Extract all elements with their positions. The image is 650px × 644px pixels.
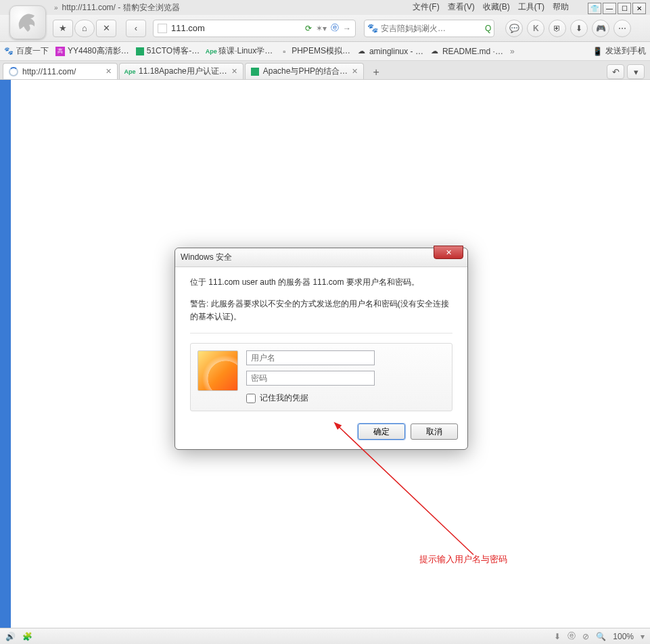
tab[interactable]: Ape 11.18Apache用户认证… ✕ [119, 63, 243, 79]
bookmark-add-icon[interactable]: ✶▾ [316, 24, 327, 33]
status-bar: 🔊 🧩 ⬇ ⓔ ⊘ 🔍 100% ▾ [0, 628, 650, 644]
adblock-icon[interactable]: ⊘ [582, 632, 589, 641]
separator [190, 333, 452, 334]
stop-button[interactable]: ✕ [96, 20, 116, 37]
bookmark-label: 百度一下 [16, 45, 49, 57]
send-to-phone[interactable]: 📱发送到手机 [593, 45, 646, 57]
download-status-icon[interactable]: ⬇ [554, 632, 561, 641]
speaker-icon[interactable]: 🔊 [5, 632, 16, 641]
bookmark-label: 51CTO博客-… [147, 45, 200, 57]
menu-favorites[interactable]: 收藏(B) [483, 1, 510, 13]
favorite-star-button[interactable]: ★ [53, 20, 73, 37]
toolbar: ★ ⌂ ✕ ‹ ⟳ ✶▾ ⓔ → 🐾 Q 💬 K ⛨ ⬇ 🎮 ⋯ [0, 15, 650, 42]
auth-dialog: ✕ Windows 安全 位于 111.com user auth 的服务器 1… [175, 248, 468, 450]
site-icon [136, 47, 144, 55]
cloud-icon: ☁ [357, 47, 367, 56]
extension-shield-icon[interactable]: ⛨ [549, 20, 566, 37]
bookmark-label: README.md ·… [442, 47, 503, 56]
bookmark-label: 猿课·Linux学… [218, 45, 273, 57]
skin-button[interactable]: 👕 [588, 3, 601, 14]
tab-list-button[interactable]: ▾ [627, 64, 645, 79]
bookmark-item[interactable]: 51CTO博客-… [136, 45, 200, 57]
compat-mode-icon[interactable]: ⓔ [567, 630, 576, 642]
minimize-button[interactable]: — [603, 3, 616, 14]
extension-chat-icon[interactable]: 💬 [505, 20, 523, 37]
bookmark-item[interactable]: ▫PHPEMS模拟… [279, 45, 350, 57]
dialog-warning: 警告: 此服务器要求以不安全的方式发送您的用户名和密码(没有安全连接的基本认证)… [190, 298, 452, 323]
go-icon[interactable]: → [343, 24, 351, 33]
user-avatar-icon [198, 350, 238, 391]
home-button[interactable]: ⌂ [74, 20, 95, 37]
bookmark-item[interactable]: 🐾百度一下 [4, 45, 49, 57]
bookmark-item[interactable]: 高YY4480高清影… [55, 45, 129, 57]
dialog-title: Windows 安全 [175, 248, 467, 267]
tab[interactable]: Apache与PHP的结合… ✕ [245, 63, 364, 79]
site-icon: Ape [206, 47, 216, 56]
extension-k-icon[interactable]: K [527, 20, 544, 37]
dialog-close-button[interactable]: ✕ [434, 246, 463, 259]
zoom-dropdown-icon[interactable]: ▾ [641, 632, 645, 641]
cloud-icon: ☁ [430, 47, 440, 56]
window-controls: 👕 — ☐ ✕ [588, 3, 646, 14]
ok-button[interactable]: 确定 [358, 423, 405, 440]
search-box[interactable]: 🐾 Q [364, 20, 494, 37]
send-to-phone-label: 发送到手机 [605, 45, 646, 57]
site-favicon [158, 24, 167, 33]
safety-icon[interactable]: ⟳ [305, 24, 312, 33]
remember-credentials[interactable]: 记住我的凭据 [246, 392, 445, 404]
undo-close-tab-button[interactable]: ↶ [607, 64, 624, 79]
site-icon [251, 68, 259, 76]
zoom-icon[interactable]: 🔍 [596, 632, 606, 641]
browser-logo[interactable] [9, 5, 46, 39]
cancel-button[interactable]: 取消 [411, 423, 458, 440]
dialog-message: 位于 111.com user auth 的服务器 111.com 要求用户名和… [190, 277, 452, 288]
paw-icon: 🐾 [4, 47, 14, 56]
menubar: 文件(F) 查看(V) 收藏(B) 工具(T) 帮助 [413, 1, 569, 13]
menu-file[interactable]: 文件(F) [413, 1, 439, 13]
tab-close-button[interactable]: ✕ [231, 67, 237, 76]
plugin-icon[interactable]: 🧩 [22, 632, 32, 641]
tab-strip: http://111.com/ ✕ Ape 11.18Apache用户认证… ✕… [0, 61, 650, 80]
tab-label: 11.18Apache用户认证… [139, 66, 227, 77]
tab-close-button[interactable]: ✕ [106, 67, 112, 76]
menu-view[interactable]: 查看(V) [448, 1, 475, 13]
bookmark-label: YY4480高清影… [68, 45, 129, 57]
search-engine-icon[interactable]: 🐾 [367, 23, 378, 33]
tab-close-button[interactable]: ✕ [352, 67, 358, 76]
username-input[interactable] [246, 350, 375, 365]
remember-checkbox[interactable] [246, 394, 256, 403]
site-icon: 高 [55, 47, 65, 56]
bookmark-label: PHPEMS模拟… [292, 45, 350, 57]
zoom-level[interactable]: 100% [613, 632, 634, 641]
bookmark-item[interactable]: ☁aminglinux - … [357, 47, 423, 56]
bookmarks-bar: 🐾百度一下 高YY4480高清影… 51CTO博客-… Ape猿课·Linux学… [0, 42, 650, 61]
tab-label: http://111.com/ [22, 67, 76, 76]
download-button[interactable]: ⬇ [570, 20, 588, 37]
phone-icon: 📱 [593, 47, 603, 56]
site-icon: Ape [125, 67, 135, 76]
bookmark-item[interactable]: Ape猿课·Linux学… [206, 45, 273, 57]
window-title: http://111.com/ - 猎豹安全浏览器 [62, 2, 180, 14]
tab[interactable]: http://111.com/ ✕ [3, 63, 118, 79]
game-button[interactable]: 🎮 [592, 20, 609, 37]
menu-tools[interactable]: 工具(T) [518, 1, 544, 13]
maximize-button[interactable]: ☐ [618, 3, 631, 14]
search-go-icon[interactable]: Q [485, 24, 491, 33]
tab-label: Apache与PHP的结合… [263, 66, 348, 77]
password-input[interactable] [246, 371, 375, 386]
bookmark-item[interactable]: ☁README.md ·… [430, 47, 503, 56]
bookmark-label: aminglinux - … [369, 47, 423, 56]
history-dropdown-icon[interactable]: » [54, 4, 58, 12]
more-button[interactable]: ⋯ [613, 20, 631, 37]
address-bar[interactable]: ⟳ ✶▾ ⓔ → [153, 20, 356, 37]
new-tab-button[interactable]: + [368, 66, 384, 79]
close-button[interactable]: ✕ [632, 3, 646, 14]
credentials-panel: 记住我的凭据 [190, 343, 452, 411]
back-button[interactable]: ‹ [126, 20, 146, 37]
search-input[interactable] [381, 24, 482, 33]
bookmarks-overflow[interactable]: » [510, 47, 515, 56]
remember-label: 记住我的凭据 [260, 392, 308, 404]
address-input[interactable] [171, 23, 301, 33]
menu-help[interactable]: 帮助 [553, 1, 569, 13]
compat-icon[interactable]: ⓔ [331, 22, 339, 34]
